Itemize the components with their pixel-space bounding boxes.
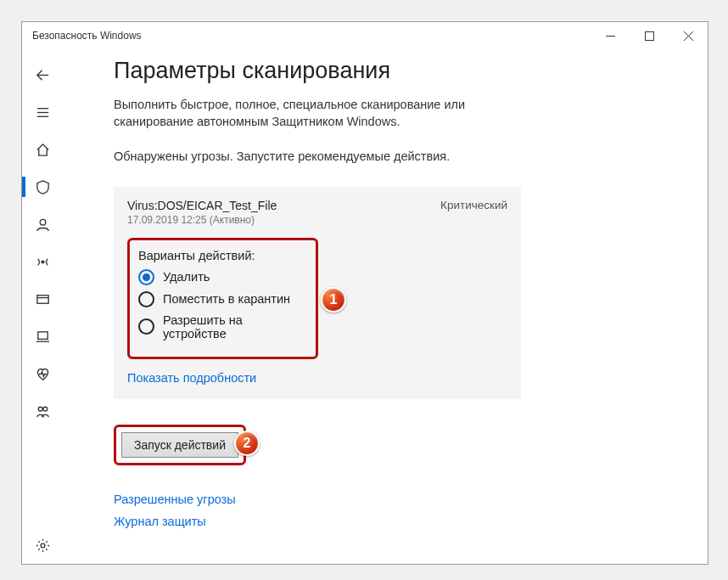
back-button[interactable] (22, 56, 63, 93)
sidebar-item-app-control[interactable] (22, 280, 63, 318)
sidebar-item-family[interactable] (22, 392, 63, 430)
status-line: Обнаружены угрозы. Запустите рекомендуем… (114, 149, 682, 163)
radio-label: Разрешить на устройстве (163, 313, 304, 341)
window-body: Параметры сканирования Выполнить быстрое… (22, 49, 708, 564)
threat-card: Virus:DOS/EICAR_Test_File Критический 17… (114, 187, 521, 399)
actions-title: Варианты действий: (138, 249, 304, 262)
actions-panel: Варианты действий: Удалить Поместить в к… (127, 238, 318, 359)
close-button[interactable] (669, 22, 708, 49)
show-details-link[interactable]: Показать подробности (127, 371, 256, 385)
sidebar-item-device-security[interactable] (22, 318, 63, 355)
maximize-button[interactable] (630, 22, 669, 49)
svg-point-14 (38, 407, 42, 411)
sidebar-item-virus-protection[interactable] (22, 168, 63, 206)
svg-point-15 (42, 407, 47, 411)
sidebar-item-firewall[interactable] (22, 243, 63, 280)
radio-icon (138, 269, 154, 285)
radio-icon (138, 318, 154, 335)
svg-point-8 (40, 219, 46, 225)
svg-point-16 (41, 543, 45, 548)
svg-point-9 (42, 261, 44, 263)
sidebar-item-device-health[interactable] (22, 355, 63, 392)
page-subtext: Выполнить быстрое, полное, специальное с… (114, 96, 504, 131)
app-window: Безопасность Windows (21, 21, 708, 565)
threat-header: Virus:DOS/EICAR_Test_File Критический (127, 199, 507, 212)
radio-option-allow[interactable]: Разрешить на устройстве (138, 313, 304, 341)
radio-label: Удалить (163, 270, 210, 284)
window-title: Безопасность Windows (32, 30, 591, 42)
sidebar-item-settings[interactable] (22, 527, 63, 564)
titlebar: Безопасность Windows (22, 22, 708, 49)
radio-label: Поместить в карантин (163, 292, 290, 306)
main-content: Параметры сканирования Выполнить быстрое… (63, 49, 708, 564)
threat-name: Virus:DOS/EICAR_Test_File (127, 199, 277, 212)
sidebar-item-account[interactable] (22, 206, 63, 243)
radio-option-quarantine[interactable]: Поместить в карантин (138, 291, 304, 307)
sidebar-item-home[interactable] (22, 131, 63, 168)
run-actions-button[interactable]: Запуск действий (121, 432, 238, 458)
radio-option-delete[interactable]: Удалить (138, 269, 304, 285)
menu-button[interactable] (22, 93, 63, 131)
threat-timestamp: 17.09.2019 12:25 (Активно) (127, 214, 507, 226)
sidebar (22, 49, 63, 564)
bottom-links: Разрешенные угрозы Журнал защиты (114, 493, 682, 528)
radio-icon (138, 291, 154, 307)
sidebar-spacer (22, 430, 63, 527)
protection-history-link[interactable]: Журнал защиты (114, 515, 682, 528)
svg-rect-10 (36, 295, 48, 303)
threat-severity: Критический (440, 199, 507, 212)
minimize-button[interactable] (591, 22, 630, 49)
annotation-callout-1: 1 (321, 287, 346, 313)
svg-rect-12 (37, 331, 47, 339)
allowed-threats-link[interactable]: Разрешенные угрозы (114, 493, 682, 506)
run-actions-highlight: Запуск действий (114, 425, 246, 465)
page-title: Параметры сканирования (114, 58, 682, 84)
annotation-callout-2: 2 (234, 431, 260, 456)
svg-rect-1 (645, 31, 653, 40)
